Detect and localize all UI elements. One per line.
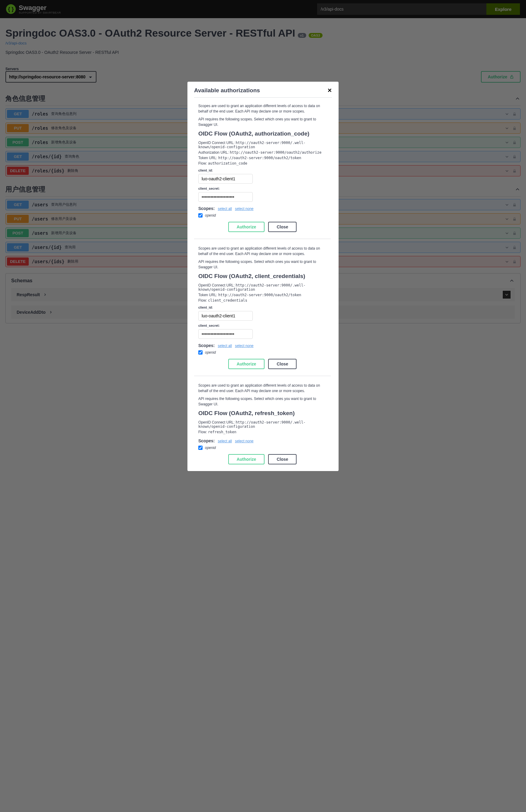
client-id-label: client_id: [198, 306, 327, 309]
modal-title: Available authorizations [194, 87, 260, 94]
client-secret-label: client_secret: [198, 187, 327, 190]
select-none-link[interactable]: select none [235, 207, 253, 211]
close-modal-button[interactable]: ✕ [327, 87, 332, 94]
scope-desc: API requires the following scopes. Selec… [198, 259, 327, 270]
auth-block: Scopes are used to grant an application … [194, 246, 331, 333]
scope-desc: API requires the following scopes. Selec… [198, 116, 327, 127]
flow-info-line: OpenID Connect URL: http://oauth2-server… [198, 141, 327, 149]
modal-overlay[interactable]: Available authorizations ✕ Scopes are us… [0, 0, 526, 333]
scope-desc: Scopes are used to grant an application … [198, 103, 327, 114]
scope-name: openid [205, 213, 216, 218]
scope-checkbox[interactable] [198, 213, 202, 218]
client-secret-input[interactable] [198, 329, 253, 333]
flow-info-value: authorization_code [208, 161, 247, 165]
flow-info-line: Token URL: http://oauth2-server:9000/oau… [198, 293, 327, 297]
flow-info-value: http://oauth2-server:9000/oauth2/token [218, 293, 301, 297]
client-id-label: client_id: [198, 169, 327, 172]
scopes-label: Scopes: [198, 206, 215, 211]
client-id-input[interactable] [198, 174, 253, 184]
flow-info-line: OpenID Connect URL: http://oauth2-server… [198, 283, 327, 292]
flow-info-line: Authorization URL: http://oauth2-server:… [198, 150, 327, 155]
authorize-flow-button[interactable]: Authorize [228, 222, 265, 232]
flow-info-line: Flow: client_credentials [198, 298, 327, 303]
flow-info-value: http://oauth2-server:9000/oauth2/authori… [230, 150, 321, 155]
flow-info-line: Flow: authorization_code [198, 161, 327, 165]
close-flow-button[interactable]: Close [268, 222, 297, 232]
flow-title: OIDC Flow (OAuth2, client_credentials) [198, 273, 327, 279]
flow-info-value: client_credentials [208, 298, 247, 303]
client-secret-input[interactable] [198, 192, 253, 202]
auth-block: Scopes are used to grant an application … [194, 103, 331, 239]
flow-info-value: http://oauth2-server:9000/.well-known/op… [198, 141, 306, 149]
scope-desc: Scopes are used to grant an application … [198, 246, 327, 257]
flow-info-value: http://oauth2-server:9000/oauth2/token [218, 156, 301, 160]
client-secret-label: client_secret: [198, 324, 327, 327]
client-id-input[interactable] [198, 311, 253, 321]
flow-info-value: http://oauth2-server:9000/.well-known/op… [198, 283, 306, 292]
authorize-modal: Available authorizations ✕ Scopes are us… [187, 82, 339, 333]
flow-info-line: Token URL: http://oauth2-server:9000/oau… [198, 156, 327, 160]
select-all-link[interactable]: select all [217, 207, 232, 211]
flow-title: OIDC Flow (OAuth2, authorization_code) [198, 130, 327, 137]
